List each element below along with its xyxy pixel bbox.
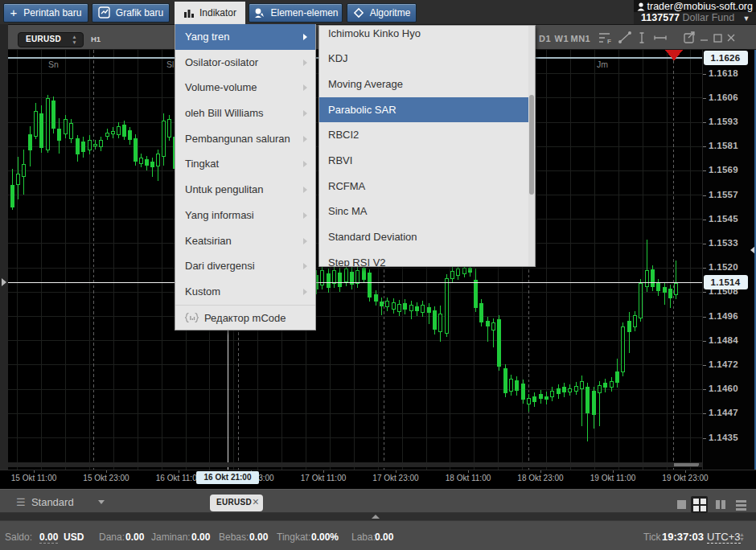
svg-text:F: F: [607, 38, 611, 45]
